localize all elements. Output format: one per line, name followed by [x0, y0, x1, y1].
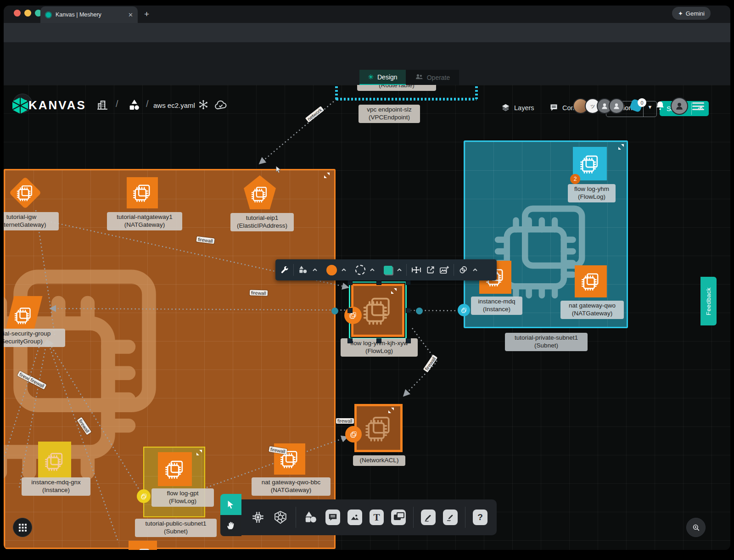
notifications-bell-icon[interactable] — [655, 100, 666, 111]
edge-label: firewall — [336, 418, 354, 424]
apps-grid-button[interactable] — [13, 518, 32, 537]
operate-icon — [415, 73, 423, 81]
label-natgw1: tutorial-natgateway1(NATGateway) — [107, 212, 182, 230]
edge-label: firewall — [250, 290, 268, 296]
app-menu-icon[interactable] — [692, 101, 704, 112]
shapes-expand-icon[interactable] — [312, 268, 318, 272]
design-filename[interactable]: aws ec2.yaml — [153, 101, 195, 109]
subnet-collapse-icon[interactable] — [618, 144, 624, 150]
selection-handle[interactable] — [347, 338, 353, 343]
label-natgw-qwo: nat gateway-qwo(NATGateway) — [560, 301, 624, 319]
node-context-toolbar — [275, 259, 497, 280]
select-tool-button[interactable] — [220, 494, 241, 515]
user-avatar[interactable] — [671, 97, 688, 115]
vpc-collapse-icon[interactable] — [324, 173, 330, 178]
minimize-window-button[interactable] — [24, 10, 31, 17]
edge-pen-tool-icon[interactable] — [421, 510, 436, 525]
border-style-tool[interactable] — [355, 265, 365, 275]
browser-window: Kanvas | Meshery ✕ + ✦ Gemini ← → ↻ kanv… — [4, 6, 730, 550]
flow-log-gpt-port[interactable] — [137, 489, 151, 503]
organization-icon[interactable] — [96, 98, 108, 112]
selection-handle[interactable] — [406, 280, 411, 285]
fill-style-tool[interactable] — [384, 266, 392, 274]
zoom-in-icon — [692, 523, 700, 532]
color-expand-icon[interactable] — [341, 268, 347, 272]
node-partial-bottom[interactable] — [129, 541, 157, 550]
network-acl-port[interactable] — [345, 426, 362, 442]
label-instance-mdq: instance-mdq(Instance) — [471, 297, 522, 315]
selection-handle[interactable] — [376, 280, 381, 285]
open-in-new-icon[interactable] — [426, 265, 435, 274]
shapes-dock-icon[interactable] — [303, 510, 318, 525]
close-window-button[interactable] — [14, 10, 21, 17]
subnet-port[interactable] — [458, 304, 470, 316]
selection-handle[interactable] — [406, 308, 411, 313]
browser-toolbar: ← → ↻ kanvas.new/extension/meshmap?mode=… — [4, 23, 730, 42]
label-vpc-endpoint: vpc endpoint-slz(VPCEndpoint) — [359, 105, 420, 123]
connection-dot-left[interactable] — [331, 308, 338, 314]
label-private-subnet: tutorial-private-subnet1(Subnet) — [505, 333, 588, 351]
browser-tab[interactable]: Kanvas | Meshery ✕ — [40, 6, 138, 23]
selection-handle[interactable] — [347, 280, 353, 285]
selection-handle[interactable] — [406, 338, 411, 343]
add-image-icon[interactable] — [439, 265, 449, 274]
session-badge[interactable]: 0 — [631, 99, 644, 112]
components-tool-icon[interactable] — [251, 510, 265, 525]
browser-tab-strip: Kanvas | Meshery ✕ + ✦ Gemini — [4, 6, 730, 23]
label-network-acl: (NetworkACL) — [353, 455, 405, 466]
new-tab-button[interactable]: + — [144, 9, 149, 19]
flow-log-selected-collapse-icon[interactable] — [391, 288, 397, 294]
lasso-expand-icon[interactable] — [472, 268, 478, 272]
network-acl-collapse-icon[interactable] — [388, 408, 394, 413]
cloud-status-icon[interactable] — [214, 99, 228, 111]
dock-toolbar: T ? — [241, 499, 497, 535]
sparkle-icon: ✦ — [678, 10, 683, 17]
grid-icon — [19, 524, 27, 532]
node-instance-gnx[interactable] — [38, 442, 71, 481]
gemini-button[interactable]: ✦ Gemini — [672, 7, 711, 20]
rename-tool-icon[interactable] — [411, 265, 422, 274]
fill-expand-icon[interactable] — [397, 268, 402, 272]
zoom-search-button[interactable] — [686, 518, 706, 537]
label-natgw-bbc: nat gateway-qwo-bbc(NATGateway) — [252, 477, 331, 496]
kanvas-logo[interactable] — [12, 97, 28, 114]
remote-cursor-icon — [275, 165, 283, 174]
tab-close-icon[interactable]: ✕ — [128, 11, 133, 18]
connection-dot-right[interactable] — [416, 308, 423, 314]
image-tool-icon[interactable] — [347, 510, 362, 525]
border-expand-icon[interactable] — [370, 268, 375, 272]
freehand-draw-tool-icon[interactable] — [443, 510, 458, 525]
kubernetes-tool-icon[interactable] — [273, 509, 288, 526]
shapes-tool-icon[interactable] — [298, 265, 308, 275]
feedback-button[interactable]: Feedback — [700, 277, 717, 325]
text-tool-icon[interactable]: T — [370, 510, 384, 525]
breadcrumb-separator: / — [116, 99, 118, 109]
node-network-acl[interactable] — [354, 404, 403, 452]
label-security-group: tutorial-security-group(SecurityGroup) — [4, 329, 65, 347]
configure-wrench-icon[interactable] — [280, 265, 289, 274]
collaborator-avatar-4[interactable] — [609, 98, 624, 114]
tab-design[interactable]: ✳ Design — [359, 70, 406, 85]
help-button[interactable]: ? — [473, 510, 487, 525]
label-flow-log-yhm: flow log-yhm(FlowLog) — [568, 184, 616, 202]
node-flow-log-gpt[interactable] — [158, 452, 192, 486]
design-icon: ✳ — [368, 73, 374, 81]
comment-tool-icon[interactable] — [325, 510, 340, 525]
label-igw: tutorial-igw(InternetGateway) — [4, 212, 59, 230]
pan-tool-button[interactable] — [220, 515, 241, 536]
selection-handle[interactable] — [347, 308, 353, 313]
node-nat-gateway-1[interactable] — [127, 177, 158, 208]
color-swatch[interactable] — [326, 265, 337, 275]
group-lasso-icon[interactable] — [458, 265, 468, 275]
selection-handle[interactable] — [376, 338, 381, 343]
flow-log-port[interactable] — [344, 307, 362, 324]
tab-operate[interactable]: Operate — [406, 70, 459, 85]
note-tool-icon[interactable] — [391, 510, 406, 525]
comments-icon — [549, 103, 559, 112]
layers-button[interactable]: Layers — [501, 103, 534, 112]
flow-log-gpt-collapse-icon[interactable] — [196, 450, 202, 455]
mesh-sync-icon[interactable] — [197, 99, 209, 111]
workspace-shapes-icon[interactable] — [127, 98, 141, 112]
node-nat-gateway-qwo[interactable] — [575, 265, 607, 297]
meshery-favicon — [45, 11, 52, 18]
